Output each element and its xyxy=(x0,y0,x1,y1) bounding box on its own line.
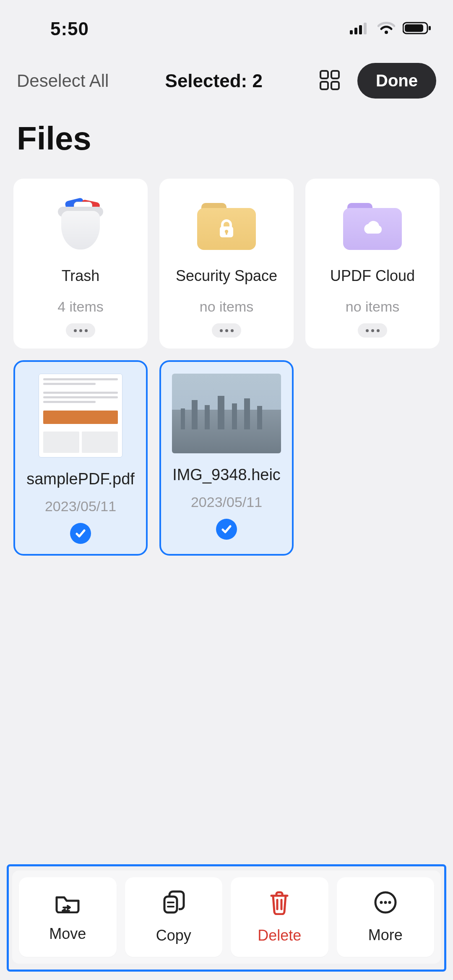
more-icon[interactable] xyxy=(358,323,387,338)
trash-icon xyxy=(55,191,106,263)
status-icons xyxy=(350,21,432,36)
locked-folder-icon xyxy=(197,191,256,263)
selected-check-icon xyxy=(70,523,91,544)
copy-button[interactable]: Copy xyxy=(125,877,223,957)
svg-rect-10 xyxy=(320,82,328,89)
folder-name: Trash xyxy=(62,266,100,286)
folder-subtitle: 4 items xyxy=(57,299,104,315)
svg-point-22 xyxy=(384,901,387,904)
svg-rect-9 xyxy=(331,71,339,78)
folder-card-security-space[interactable]: Security Space no items xyxy=(159,179,294,348)
file-name: IMG_9348.heic xyxy=(172,466,281,484)
file-date: 2023/05/11 xyxy=(191,494,262,510)
svg-rect-15 xyxy=(164,897,177,912)
folder-name: UPDF Cloud xyxy=(330,266,415,286)
grid-view-icon[interactable] xyxy=(319,69,341,93)
folder-card-trash[interactable]: Trash 4 items xyxy=(13,179,148,348)
status-bar: 5:50 xyxy=(0,0,453,50)
trash-can-icon xyxy=(268,890,291,917)
more-icon[interactable] xyxy=(66,323,95,338)
more-icon[interactable] xyxy=(212,323,241,338)
more-circle-icon xyxy=(373,890,398,916)
folder-name: Security Space xyxy=(176,266,277,286)
action-label: More xyxy=(368,926,403,944)
file-card-img9348[interactable]: IMG_9348.heic 2023/05/11 xyxy=(159,360,294,556)
status-time: 5:50 xyxy=(50,18,89,39)
wifi-icon xyxy=(378,22,395,36)
svg-rect-3 xyxy=(364,23,367,34)
selection-count-label: Selected: 2 xyxy=(109,70,319,91)
file-date: 2023/05/11 xyxy=(45,498,116,515)
svg-rect-0 xyxy=(350,30,353,34)
pdf-thumbnail xyxy=(39,374,122,458)
file-card-samplepdf[interactable]: samplePDF.pdf 2023/05/11 xyxy=(13,360,148,556)
action-label: Delete xyxy=(258,927,301,944)
file-name: samplePDF.pdf xyxy=(26,470,135,488)
folder-subtitle: no items xyxy=(200,299,254,315)
svg-point-23 xyxy=(388,901,391,904)
more-button[interactable]: More xyxy=(337,877,435,957)
selected-check-icon xyxy=(216,519,237,540)
action-label: Copy xyxy=(156,927,191,944)
battery-icon xyxy=(403,21,432,36)
selection-toolbar: Deselect All Selected: 2 Done xyxy=(0,50,453,107)
action-label: Move xyxy=(49,925,86,943)
bottom-action-bar: Move Copy xyxy=(7,864,446,972)
done-button[interactable]: Done xyxy=(357,63,436,99)
svg-point-21 xyxy=(380,901,383,904)
svg-rect-14 xyxy=(226,231,227,235)
delete-button[interactable]: Delete xyxy=(231,877,328,957)
svg-rect-6 xyxy=(405,24,423,32)
image-thumbnail xyxy=(172,374,281,453)
deselect-all-button[interactable]: Deselect All xyxy=(17,71,109,91)
folder-card-updf-cloud[interactable]: UPDF Cloud no items xyxy=(305,179,440,348)
move-folder-icon xyxy=(54,892,81,915)
files-grid: Trash 4 items xyxy=(0,179,453,556)
svg-rect-1 xyxy=(354,28,357,34)
svg-point-4 xyxy=(385,31,388,34)
page-title: Files xyxy=(0,107,453,179)
folder-subtitle: no items xyxy=(346,299,400,315)
cellular-icon xyxy=(350,22,370,36)
svg-rect-8 xyxy=(320,71,328,78)
cloud-folder-icon xyxy=(343,191,402,263)
move-button[interactable]: Move xyxy=(19,877,117,957)
copy-icon xyxy=(161,890,186,917)
svg-rect-7 xyxy=(429,26,431,30)
svg-rect-11 xyxy=(331,82,339,89)
svg-rect-2 xyxy=(359,25,362,34)
